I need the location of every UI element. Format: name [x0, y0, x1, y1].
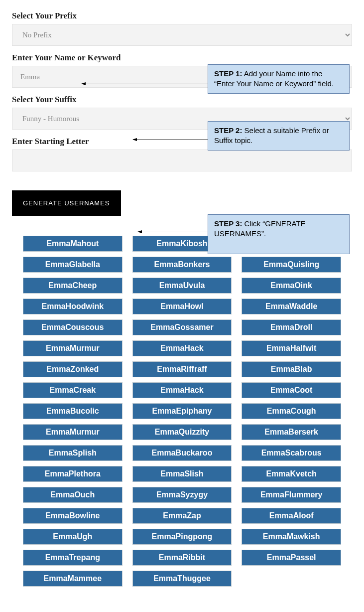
result-item[interactable]: EmmaOuch: [23, 487, 122, 503]
result-item[interactable]: EmmaZap: [132, 508, 232, 524]
result-item[interactable]: EmmaTrepang: [23, 550, 122, 566]
prefix-select[interactable]: No Prefix: [12, 24, 352, 46]
result-item[interactable]: EmmaSlish: [132, 466, 232, 482]
result-item[interactable]: EmmaCoot: [242, 382, 341, 398]
arrow-step1: [82, 84, 208, 84]
arrow-step3: [138, 232, 208, 232]
result-item[interactable]: EmmaDroll: [242, 319, 341, 335]
result-item[interactable]: EmmaMurmur: [23, 340, 122, 356]
arrow-step2: [133, 140, 208, 140]
result-item[interactable]: EmmaMawkish: [242, 529, 341, 545]
result-item[interactable]: EmmaFlummery: [242, 487, 341, 503]
result-item[interactable]: EmmaOink: [242, 278, 341, 294]
generate-button[interactable]: GENERATE USERNAMES: [12, 190, 121, 216]
result-item[interactable]: EmmaSplish: [23, 445, 122, 461]
result-item[interactable]: EmmaGossamer: [132, 319, 232, 335]
result-item[interactable]: EmmaUgh: [23, 529, 122, 545]
result-item[interactable]: EmmaEpiphany: [132, 403, 232, 419]
result-item[interactable]: EmmaMahout: [23, 236, 122, 252]
result-item[interactable]: EmmaMammee: [23, 571, 122, 587]
result-item[interactable]: EmmaZonked: [23, 361, 122, 377]
result-item[interactable]: EmmaWaddle: [242, 299, 341, 314]
results-grid: EmmaMahoutEmmaKiboshEmmaZoomEmmaGlabella…: [23, 236, 341, 587]
result-item[interactable]: EmmaBowline: [23, 508, 122, 524]
result-item[interactable]: EmmaSyzygy: [132, 487, 232, 503]
result-item[interactable]: EmmaBlab: [242, 361, 341, 377]
result-item[interactable]: EmmaMurmur: [23, 424, 122, 440]
result-item[interactable]: EmmaHowl: [132, 299, 232, 314]
result-item[interactable]: EmmaCheep: [23, 278, 122, 294]
result-item[interactable]: EmmaRibbit: [132, 550, 232, 566]
result-item[interactable]: EmmaBerserk: [242, 424, 341, 440]
callout-step2: STEP 2: Select a suitable Prefix or Suff…: [208, 121, 350, 151]
result-item[interactable]: EmmaGlabella: [23, 257, 122, 273]
result-item[interactable]: EmmaBucolic: [23, 403, 122, 419]
result-item[interactable]: EmmaCreak: [23, 382, 122, 398]
callout-step3: STEP 3: Click “GENERATE USERNAMES”.: [208, 214, 350, 254]
result-item[interactable]: EmmaPlethora: [23, 466, 122, 482]
result-item[interactable]: EmmaBuckaroo: [132, 445, 232, 461]
prefix-label: Select Your Prefix: [12, 11, 352, 21]
result-item[interactable]: EmmaHalfwit: [242, 340, 341, 356]
result-item[interactable]: EmmaHoodwink: [23, 299, 122, 314]
result-item[interactable]: EmmaHack: [132, 340, 232, 356]
result-item[interactable]: EmmaQuizzity: [132, 424, 232, 440]
keyword-label: Enter Your Name or Keyword: [12, 53, 352, 63]
callout-step1: STEP 1: Add your Name into the “Enter Yo…: [208, 64, 350, 94]
starting-letter-input[interactable]: [12, 150, 352, 171]
suffix-label: Select Your Suffix: [12, 95, 352, 105]
result-item[interactable]: EmmaPingpong: [132, 529, 232, 545]
result-item[interactable]: EmmaUvula: [132, 278, 232, 294]
result-item[interactable]: EmmaHack: [132, 382, 232, 398]
result-item[interactable]: EmmaThuggee: [132, 571, 232, 587]
result-item[interactable]: EmmaScabrous: [242, 445, 341, 461]
result-item[interactable]: EmmaQuisling: [242, 257, 341, 273]
result-item[interactable]: EmmaRiffraff: [132, 361, 232, 377]
result-item[interactable]: EmmaPassel: [242, 550, 341, 566]
result-item[interactable]: EmmaCough: [242, 403, 341, 419]
result-item[interactable]: EmmaKvetch: [242, 466, 341, 482]
result-item[interactable]: EmmaCouscous: [23, 319, 122, 335]
result-item[interactable]: EmmaAloof: [242, 508, 341, 524]
result-item[interactable]: EmmaBonkers: [132, 257, 232, 273]
